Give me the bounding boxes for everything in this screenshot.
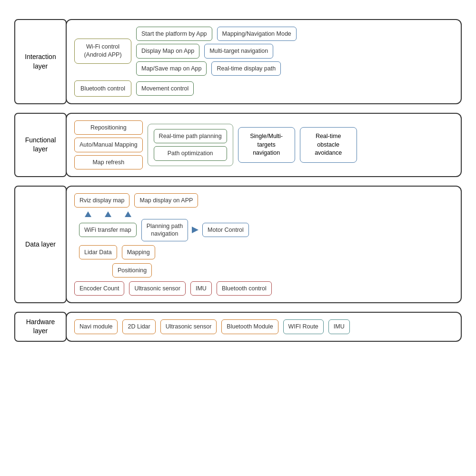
- planning-path-nav-box: Planning pathnavigation: [141, 219, 188, 241]
- multi-target-nav-box: Multi-target navigation: [204, 44, 273, 58]
- wifi-control-box: Wi-Fi control(Android APP): [74, 39, 131, 64]
- single-multi-nav-box: Single/Multi-targetsnavigation: [238, 127, 295, 163]
- mapping-nav-mode-box: Mapping/Navigation Mode: [217, 27, 297, 41]
- map-save-app-box: Map/Save map on App: [136, 61, 207, 76]
- ultrasonic-sensor-hw-box: Ultrasonic sensor: [160, 319, 217, 334]
- hardware-layer-row: Hardware layer Navi module 2D Lidar Ultr…: [14, 312, 462, 341]
- data-layer-row: Data layer Rviz display map Map display …: [14, 186, 462, 304]
- imu-box: IMU: [190, 281, 212, 296]
- arrow-up-3: [125, 211, 131, 217]
- arrow-up-2: [105, 211, 111, 217]
- functional-layer-row: Functional layer Repositioning Auto/Manu…: [14, 113, 462, 177]
- ultrasonic-sensor-box: Ultrasonic sensor: [129, 281, 186, 296]
- interaction-layer-label: Interaction layer: [14, 19, 67, 104]
- arrow-up-1: [85, 211, 91, 217]
- arrow-right-1: [192, 227, 198, 233]
- realtime-display-path-box: Real-time display path: [211, 61, 281, 76]
- bluetooth-module-box: Bluetooth Module: [221, 319, 278, 334]
- imu-hw-box: IMU: [328, 319, 350, 334]
- functional-layer-label: Functional layer: [14, 113, 67, 177]
- bluetooth-control-data-box: Bluetooth control: [217, 281, 272, 296]
- mapping-box: Mapping: [122, 245, 155, 259]
- wifi-transfer-map-box: WiFi transfer map: [79, 223, 137, 237]
- map-refresh-box: Map refresh: [74, 155, 143, 169]
- map-display-app-box: Map display on APP: [134, 193, 198, 208]
- realtime-path-planning-box: Real-time path planning: [154, 129, 227, 143]
- hardware-layer-label: Hardware layer: [14, 312, 67, 341]
- functional-layer-content: Repositioning Auto/Manual Mapping Map re…: [66, 113, 462, 177]
- bluetooth-control-box: Bluetooth control: [74, 80, 131, 97]
- motor-control-box: Motor Control: [202, 223, 249, 237]
- path-optimization-box: Path optimization: [154, 146, 227, 160]
- data-layer-label: Data layer: [14, 186, 67, 304]
- display-map-app-box: Display Map on App: [136, 44, 199, 58]
- 2d-lidar-box: 2D Lidar: [122, 319, 155, 334]
- wifi-route-box: WIFI Route: [283, 319, 324, 334]
- rviz-display-map-box: Rviz display map: [74, 193, 129, 208]
- hardware-layer-content: Navi module 2D Lidar Ultrasonic sensor B…: [66, 312, 462, 341]
- lidar-data-box: Lidar Data: [79, 245, 117, 259]
- navi-module-box: Navi module: [74, 319, 118, 334]
- positioning-box: Positioning: [112, 263, 152, 278]
- movement-control-box: Movement control: [136, 81, 194, 96]
- start-platform-box: Start the platform by App: [136, 27, 212, 41]
- encoder-count-box: Encoder Count: [74, 281, 124, 296]
- architecture-diagram: Interaction layer Wi-Fi control(Android …: [14, 19, 462, 342]
- repositioning-box: Repositioning: [74, 120, 143, 135]
- interaction-layer-row: Interaction layer Wi-Fi control(Android …: [14, 19, 462, 104]
- realtime-obstacle-box: Real-time obstacleavoidance: [300, 127, 357, 163]
- interaction-layer-content: Wi-Fi control(Android APP) Start the pla…: [66, 19, 462, 104]
- auto-manual-mapping-box: Auto/Manual Mapping: [74, 138, 143, 152]
- data-layer-content: Rviz display map Map display on APP: [66, 186, 462, 304]
